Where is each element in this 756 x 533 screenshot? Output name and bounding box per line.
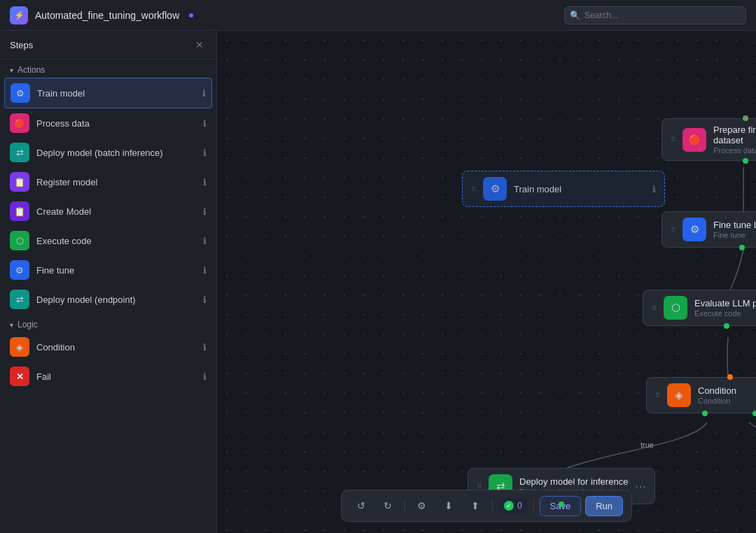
fine-tune-llama-title: Fine tune Llama 3.1 bbox=[713, 220, 756, 230]
undo-button[interactable]: ↺ bbox=[350, 495, 372, 517]
info-icon[interactable]: ℹ bbox=[203, 118, 206, 129]
deploy-inference-title: Deploy model for inference bbox=[519, 476, 628, 487]
info-icon[interactable]: ℹ bbox=[202, 88, 206, 99]
evaluate-llm-icon: ⬡ bbox=[664, 296, 687, 320]
search-icon: 🔍 bbox=[570, 10, 580, 20]
toolbar-separator bbox=[492, 499, 493, 513]
condition-icon: ◈ bbox=[10, 337, 29, 357]
run-button[interactable]: Run bbox=[585, 496, 623, 516]
info-icon[interactable]: ℹ bbox=[203, 177, 206, 187]
share-button[interactable]: ⬆ bbox=[464, 495, 486, 517]
create-model-icon: 📋 bbox=[10, 201, 29, 221]
sidebar-tab-label: Steps bbox=[10, 40, 33, 50]
sidebar-item-create-model[interactable]: 📋 Create Model ℹ bbox=[0, 197, 216, 226]
condition-content: Condition Condition bbox=[698, 385, 756, 405]
prepare-dataset-title: Prepare fine tuning dataset bbox=[713, 125, 756, 145]
status-ok-icon: ✓ bbox=[504, 501, 514, 511]
condition-label: Condition bbox=[36, 342, 196, 353]
ghost-info-icon[interactable]: ℹ bbox=[652, 184, 656, 194]
connector-top bbox=[743, 115, 748, 121]
settings-button[interactable]: ⚙ bbox=[411, 495, 433, 517]
train-model-label: Train model bbox=[37, 88, 195, 99]
ghost-node-icon: ⚙ bbox=[483, 177, 507, 201]
sidebar-item-execute-code[interactable]: ⬡ Execute code ℹ bbox=[0, 226, 216, 255]
section-actions-label: Actions bbox=[18, 65, 45, 75]
connector-bottom bbox=[739, 245, 745, 250]
sidebar-item-register-model[interactable]: 📋 Register model ℹ bbox=[0, 167, 216, 197]
sidebar-item-process-data[interactable]: 🔴 Process data ℹ bbox=[0, 108, 216, 138]
status-count: 0 bbox=[517, 501, 522, 511]
fine-tune-llama-icon: ⚙ bbox=[682, 218, 706, 241]
sidebar-item-deploy-batch[interactable]: ⇄ Deploy model (batch inference) ℹ bbox=[0, 138, 216, 167]
info-icon[interactable]: ℹ bbox=[203, 265, 206, 276]
train-model-icon: ⚙ bbox=[10, 83, 30, 103]
deploy-batch-icon: ⇄ bbox=[10, 143, 29, 162]
node-prepare-dataset[interactable]: ⠿ 🔴 Prepare fine tuning dataset Process … bbox=[662, 118, 756, 161]
sidebar-close-button[interactable]: ✕ bbox=[192, 38, 206, 52]
fail-label: Fail bbox=[36, 371, 196, 382]
search-bar: 🔍 bbox=[564, 6, 746, 24]
prepare-dataset-content: Prepare fine tuning dataset Process data bbox=[713, 125, 756, 155]
connector-bottom bbox=[559, 502, 564, 507]
info-icon[interactable]: ℹ bbox=[203, 148, 206, 158]
evaluate-llm-title: Evaluate LLM perf bbox=[694, 298, 756, 308]
search-input[interactable] bbox=[564, 6, 746, 24]
app-title: Automated_fine_tuning_workflow bbox=[35, 10, 179, 21]
node-evaluate-llm[interactable]: ⠿ ⬡ Evaluate LLM perf Execute code ⋯ bbox=[643, 290, 756, 326]
connector-bottom bbox=[743, 158, 748, 164]
sidebar-item-condition[interactable]: ◈ Condition ℹ bbox=[0, 332, 216, 362]
chevron-down-icon: ▾ bbox=[10, 66, 13, 74]
ghost-node-title: Train model bbox=[514, 184, 645, 194]
execute-code-icon: ⬡ bbox=[10, 231, 29, 250]
connections-layer: true false bbox=[217, 31, 756, 533]
section-actions[interactable]: ▾ Actions bbox=[0, 59, 216, 78]
node-fine-tune-llama[interactable]: ⠿ ⚙ Fine tune Llama 3.1 Fine tune ⋯ bbox=[662, 211, 756, 248]
register-model-icon: 📋 bbox=[10, 172, 29, 192]
app-logo: ⚡ bbox=[10, 6, 28, 24]
ghost-node-content: Train model bbox=[514, 184, 645, 194]
drag-handle-icon: ⠿ bbox=[471, 185, 476, 193]
fine-tune-llama-subtitle: Fine tune bbox=[713, 231, 756, 239]
svg-text:true: true bbox=[640, 441, 654, 449]
download-button[interactable]: ⬇ bbox=[438, 495, 460, 517]
section-logic-label: Logic bbox=[18, 320, 38, 329]
info-icon[interactable]: ℹ bbox=[203, 342, 206, 353]
section-logic[interactable]: ▾ Logic bbox=[0, 314, 216, 332]
workflow-canvas[interactable]: true false ⠿ ⚙ Train model ℹ ⠿ 🔴 Prepare… bbox=[217, 31, 756, 533]
title-indicator bbox=[189, 13, 193, 17]
sidebar-item-train-model[interactable]: ⚙ Train model ℹ bbox=[4, 78, 212, 108]
condition-title: Condition bbox=[698, 385, 756, 396]
create-model-label: Create Model bbox=[36, 206, 196, 217]
fail-icon: ✕ bbox=[10, 367, 29, 386]
topbar: ⚡ Automated_fine_tuning_workflow 🔍 bbox=[0, 0, 756, 31]
register-model-label: Register model bbox=[36, 177, 196, 187]
node-menu-button[interactable]: ⋯ bbox=[635, 480, 646, 493]
redo-button[interactable]: ↻ bbox=[377, 495, 399, 517]
prepare-dataset-icon: 🔴 bbox=[682, 128, 706, 152]
execute-code-label: Execute code bbox=[36, 236, 196, 246]
main-layout: Steps ✕ ▾ Actions ⚙ Train model ℹ 🔴 Proc… bbox=[0, 31, 756, 533]
info-icon[interactable]: ℹ bbox=[203, 236, 206, 246]
connector-bottom bbox=[724, 323, 729, 329]
drag-handle-icon: ⠿ bbox=[671, 226, 676, 234]
toolbar-separator bbox=[533, 499, 534, 513]
condition-node-icon: ◈ bbox=[667, 383, 691, 407]
sidebar-item-fail[interactable]: ✕ Fail ℹ bbox=[0, 362, 216, 391]
prepare-dataset-subtitle: Process data bbox=[713, 146, 756, 155]
drag-handle-icon: ⠿ bbox=[671, 136, 676, 143]
drag-handle-icon: ⠿ bbox=[652, 304, 657, 312]
evaluate-llm-subtitle: Execute code bbox=[694, 309, 756, 318]
deploy-endpoint-icon: ⇄ bbox=[10, 290, 29, 309]
drag-handle-icon: ⠿ bbox=[477, 483, 482, 490]
info-icon[interactable]: ℹ bbox=[203, 294, 206, 305]
sidebar-header: Steps ✕ bbox=[0, 31, 216, 59]
drag-handle-icon: ⠿ bbox=[655, 392, 660, 399]
info-icon[interactable]: ℹ bbox=[203, 206, 206, 217]
connector-top-orange bbox=[727, 374, 733, 380]
sidebar-item-fine-tune[interactable]: ⚙ Fine tune ℹ bbox=[0, 255, 216, 285]
evaluate-llm-content: Evaluate LLM perf Execute code bbox=[694, 298, 756, 318]
node-condition[interactable]: ⠿ ◈ Condition Condition ⋯ bbox=[646, 377, 756, 413]
sidebar-item-deploy-endpoint[interactable]: ⇄ Deploy model (endpoint) ℹ bbox=[0, 285, 216, 314]
fine-tune-llama-content: Fine tune Llama 3.1 Fine tune bbox=[713, 220, 756, 239]
info-icon[interactable]: ℹ bbox=[203, 371, 206, 382]
